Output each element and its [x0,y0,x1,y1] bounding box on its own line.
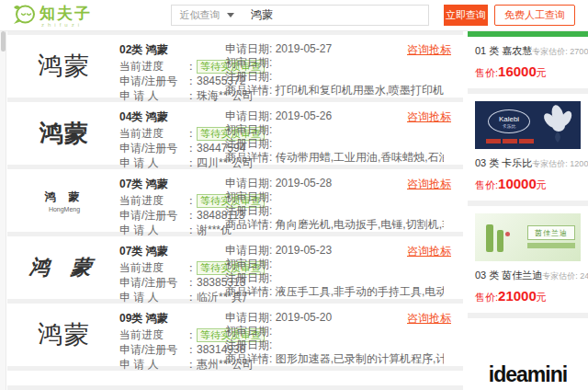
sale-item[interactable]: 01 类 嘉农慧 专家估价: 27000元 售价:16000元 [468,37,588,88]
sale-item[interactable]: ideamini 09 类 IDEAMINI 专家估价: 12000元 [468,318,588,390]
regno-label: 申请/注册号 [119,275,186,290]
progress-label: 当前进度 [119,260,186,275]
apply-date-label: 申请日期: [225,244,272,257]
flower-dot [505,232,510,236]
apply-date-value: 2019-05-26 [276,109,332,122]
yinjialandi-logo: 茵佳兰迪 [527,225,575,240]
free-manual-query-button[interactable]: 免费人工查询 [494,5,575,26]
applicant-label: 申 请 人 [119,357,186,372]
chevron-down-icon [227,13,234,17]
detail-label: 商品详情: [225,151,272,164]
table-row[interactable]: 鸿蒙 02类 鸿蒙 当前进度：等待实质审查 申请/注册号：38455372 申 … [7,35,463,98]
trademark-image: 鸿 蒙 HongMeng [15,169,114,232]
kalebi-banner-image: Kalebi 卡乐比 [475,101,581,149]
table-row[interactable]: 鸿 蒙 HongMeng 07类 鸿蒙 当前进度：等待实质审查 申请/注册号：3… [7,169,463,232]
trademark-text: 鸿蒙 [38,50,91,83]
search-type-label: 近似查询 [180,8,220,22]
detail-value: 图形加速器,已录制的计算机程序,计算机软... [276,352,444,365]
detail-value: 打印机和复印机用墨水,喷墨打印机用墨水... [276,84,444,97]
ideamini-banner-image: ideamini [475,326,581,390]
applicant-label: 申 请 人 [119,223,186,237]
detail-label: 商品详情: [225,84,272,97]
flower-graphic [537,102,579,148]
expert-estimate: 专家估价: 12000元 [532,158,588,170]
register-date-label: 注册日期: [225,204,272,217]
consult-grab-link[interactable]: 咨询抢标 [407,244,451,259]
applicant-label: 申 请 人 [119,155,186,170]
scrollbar-thumb[interactable] [1,31,6,52]
expert-estimate: 专家估价: 27000元 [532,46,588,58]
bottle-graphic [497,230,503,252]
consult-grab-link[interactable]: 咨询抢标 [407,42,451,58]
sale-price: 售价:21000元 [475,288,581,304]
detail-label: 商品详情: [225,218,272,231]
detail-value: 传动带用蜡,工业用油,香味蜡烛,石油基抑尘... [276,151,444,164]
initial-date-label: 初审日期: [225,258,272,270]
apply-date-label: 申请日期: [225,42,272,55]
sale-item[interactable]: Kalebi 卡乐比 [468,94,588,201]
consult-grab-link[interactable]: 咨询抢标 [407,177,451,192]
regno-label: 申请/注册号 [119,141,186,155]
logo-bubble-icon [12,3,36,30]
detail-label: 商品详情: [225,352,272,365]
detail-label: 商品详情: [225,285,272,298]
trademark-text: 鸿蒙 [38,318,91,351]
apply-date-value: 2019-05-28 [276,177,332,189]
regno-label: 申请/注册号 [119,342,186,357]
consult-grab-link[interactable]: 咨询抢标 [407,109,451,125]
apply-date-value: 2019-05-27 [276,42,332,55]
results-list: 鸿蒙 02类 鸿蒙 当前进度：等待实质审查 申请/注册号：38455372 申 … [7,31,463,390]
yinjialandi-strip [527,243,575,248]
applicant-label: 申 请 人 [119,290,186,304]
initial-date-label: 初审日期: [225,123,272,136]
register-date-label: 注册日期: [225,271,272,284]
apply-date-value: 2019-05-23 [276,244,332,257]
page: 知夫子 zhifuzi 近似查询 立即查询 免费人工查询 鸿蒙 [0,0,588,390]
sale-price: 售价:16000元 [475,63,581,80]
table-row-partial [7,371,463,385]
logo-text: 知夫子 [40,6,92,22]
search-bar: 近似查询 [171,5,429,26]
search-input[interactable] [242,6,428,25]
apply-date-label: 申请日期: [225,109,272,122]
table-row[interactable]: 鸿 蒙 07类 鸿蒙 当前进度：等待实质审查 申请/注册号：38385313 申… [7,236,463,299]
logo[interactable]: 知夫子 zhifuzi [12,3,92,30]
sale-item[interactable]: 茵佳兰迪 03 类 茵佳兰迪 专家估价: 24000元 售价:21000元 [468,206,588,313]
apply-date-label: 申请日期: [225,177,272,189]
initial-date-label: 初审日期: [225,190,272,203]
detail-value: 角向磨光机,电动扳手,电锤,切割机,非手动的... [276,218,444,231]
query-now-button[interactable]: 立即查询 [444,5,488,26]
kalebi-tags [486,139,534,143]
apply-date-value: 2019-05-20 [276,311,332,324]
trademark-subtext: HongMeng [49,206,80,212]
kalebi-logo: Kalebi 卡乐比 [488,109,530,133]
progress-label: 当前进度 [119,126,186,141]
initial-date-label: 初审日期: [225,56,272,69]
trademark-image: 鸿 蒙 [11,236,117,299]
header: 知夫子 zhifuzi 近似查询 立即查询 免费人工查询 [0,0,588,31]
table-row[interactable]: 鸿蒙 04类 鸿蒙 当前进度：等待实质审查 申请/注册号：38447594 申 … [7,102,463,165]
register-date-label: 注册日期: [225,70,272,83]
sale-class: 01 类 嘉农慧 [475,44,532,58]
progress-label: 当前进度 [119,59,186,74]
progress-label: 当前进度 [119,327,186,342]
sale-class: 03 类 卡乐比 [475,156,532,170]
applicant-label: 申 请 人 [119,88,186,103]
yinjialandi-banner-image: 茵佳兰迪 [475,213,581,261]
progress-label: 当前进度 [119,193,186,208]
register-date-label: 注册日期: [225,137,272,150]
scrollbar[interactable] [0,31,6,390]
regno-label: 申请/注册号 [119,74,186,88]
consult-grab-link[interactable]: 咨询抢标 [407,311,451,327]
search-type-dropdown[interactable]: 近似查询 [172,6,242,25]
regno-label: 申请/注册号 [119,208,186,223]
trademark-text: 鸿 蒙 [28,254,101,281]
register-date-label: 注册日期: [225,338,272,351]
trademark-image: 鸿蒙 [15,304,114,366]
sale-price: 售价:10000元 [475,176,581,192]
sidebar: 01 类 嘉农慧 专家估价: 27000元 售价:16000元 Kalebi 卡… [468,31,588,390]
table-row[interactable]: 鸿蒙 09类 鸿蒙 当前进度：等待实质审查 申请/注册号：38314938 申 … [7,304,463,366]
main-area: 鸿蒙 02类 鸿蒙 当前进度：等待实质审查 申请/注册号：38455372 申 … [0,31,588,390]
initial-date-label: 初审日期: [225,325,272,338]
trademark-text: 鸿蒙 [40,118,89,150]
